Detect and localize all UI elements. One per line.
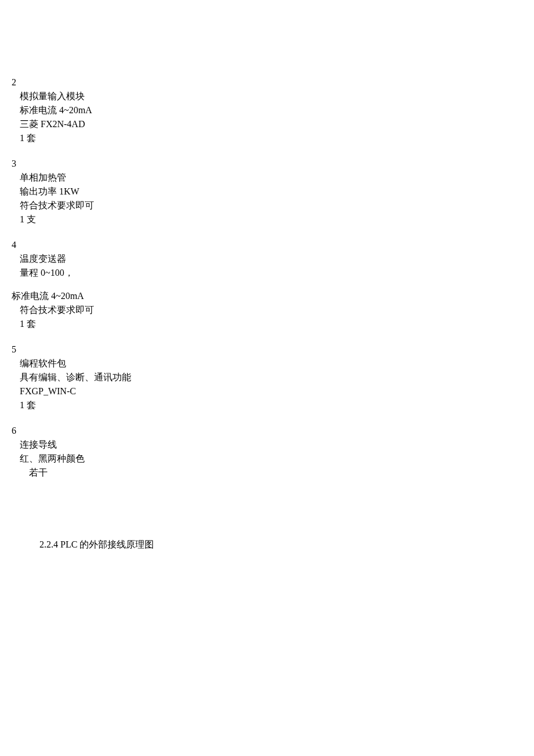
item-name: 编程软件包	[20, 357, 534, 370]
item-3: 3 单相加热管 输出功率 1KW 符合技术要求即可 1 支	[12, 157, 534, 226]
item-qty: 若干	[29, 466, 534, 480]
item-spec: 红、黑两种颜色	[20, 452, 534, 466]
item-name: 连接导线	[20, 438, 534, 452]
item-qty: 1 套	[20, 317, 534, 331]
item-5: 5 编程软件包 具有编辑、诊断、通讯功能 FXGP_WIN-C 1 套	[12, 343, 534, 412]
item-number: 4	[12, 238, 534, 252]
item-spec: 输出功率 1KW	[20, 185, 534, 199]
item-6: 6 连接导线 红、黑两种颜色 若干	[12, 424, 534, 480]
item-model: 三菱 FX2N-4AD	[20, 117, 534, 131]
section-heading: 2.2.4 PLC 的外部接线原理图	[39, 538, 534, 552]
item-name: 模拟量输入模块	[20, 89, 534, 103]
blank-line	[12, 280, 534, 289]
item-number: 6	[12, 424, 534, 438]
item-spec: 量程 0~100，	[20, 266, 534, 280]
item-name: 单相加热管	[20, 171, 534, 185]
item-spec: 具有编辑、诊断、通讯功能	[20, 370, 534, 384]
item-2: 2 模拟量输入模块 标准电流 4~20mA 三菱 FX2N-4AD 1 套	[12, 75, 534, 145]
item-number: 3	[12, 157, 534, 171]
document-body: 2 模拟量输入模块 标准电流 4~20mA 三菱 FX2N-4AD 1 套 3 …	[0, 0, 534, 552]
item-qty: 1 套	[20, 131, 534, 145]
item-model: 符合技术要求即可	[20, 199, 534, 213]
item-spec: 标准电流 4~20mA	[20, 103, 534, 117]
item-number: 5	[12, 343, 534, 357]
item-4: 4 温度变送器 量程 0~100， 标准电流 4~20mA 符合技术要求即可 1…	[12, 238, 534, 331]
item-name: 温度变送器	[20, 252, 534, 266]
item-qty: 1 套	[20, 398, 534, 412]
item-qty: 1 支	[20, 213, 534, 226]
item-model: 符合技术要求即可	[20, 303, 534, 317]
item-spec2: 标准电流 4~20mA	[12, 289, 534, 303]
item-number: 2	[12, 75, 534, 89]
item-model: FXGP_WIN-C	[20, 384, 534, 398]
